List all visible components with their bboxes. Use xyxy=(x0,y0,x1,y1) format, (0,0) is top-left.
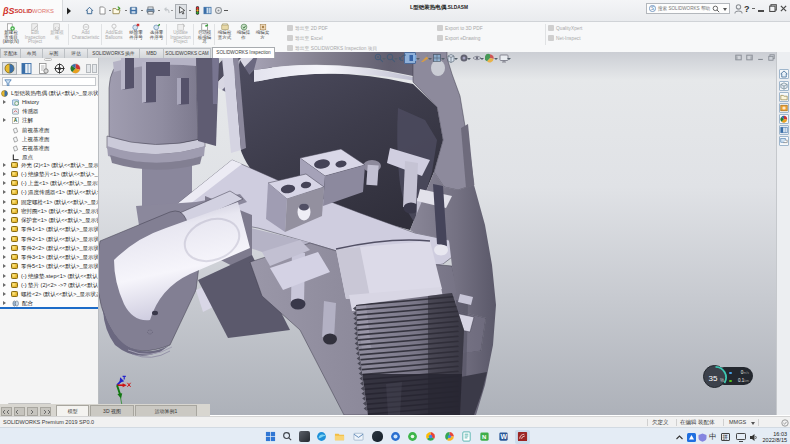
svg-text:W: W xyxy=(500,433,507,440)
svg-text:SOLID: SOLID xyxy=(15,8,33,14)
svg-text:N: N xyxy=(482,434,486,440)
svg-text:βS: βS xyxy=(2,6,15,16)
svg-text:S: S xyxy=(650,6,653,11)
svg-text:A: A xyxy=(14,118,18,123)
svg-text:35: 35 xyxy=(709,374,718,383)
svg-text:WORKS: WORKS xyxy=(32,8,54,14)
svg-text:%: % xyxy=(720,378,724,383)
